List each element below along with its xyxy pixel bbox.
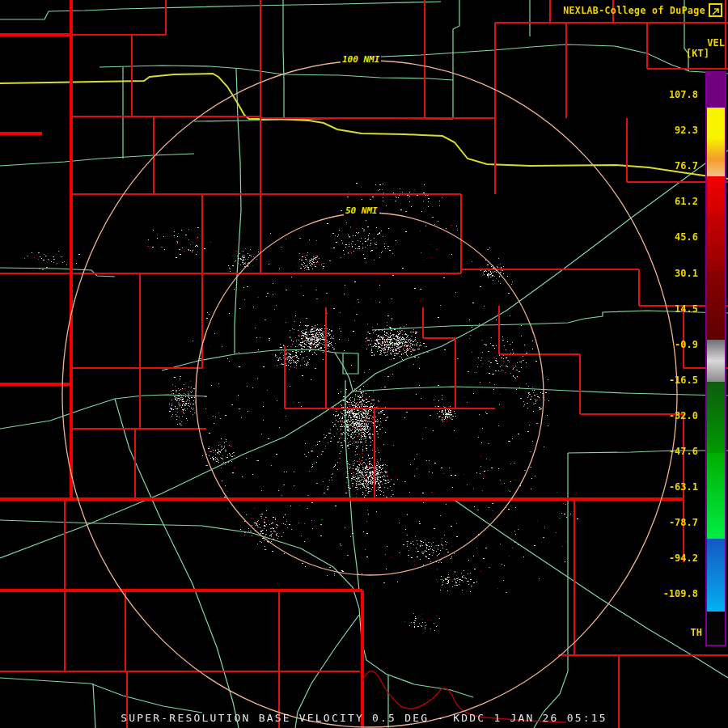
colorbar-tick-label: -16.5 xyxy=(669,375,698,386)
colorbar-tick-label: -47.6 xyxy=(669,446,698,457)
road-line xyxy=(353,150,728,392)
road-line xyxy=(235,69,241,353)
colorbar-tick-label: -0.9 xyxy=(675,339,698,350)
colorbar-tick-label: 107.8 xyxy=(669,89,698,100)
range-ring-label: 50 NMI xyxy=(344,205,379,216)
road-line xyxy=(0,268,115,277)
range-ring xyxy=(62,61,677,727)
colorbar-segment xyxy=(707,159,725,176)
road-line xyxy=(93,684,95,728)
radar-display-window: NEXLAB-College of DuPage VEL [KT] 107.89… xyxy=(0,0,728,728)
colorbar-tick-label: 14.5 xyxy=(675,303,698,315)
colorbar-segment xyxy=(707,382,725,453)
colorbar-tick-label: 30.1 xyxy=(675,268,698,279)
road-line xyxy=(335,353,358,374)
colorbar-segment xyxy=(707,539,725,576)
map-overlay xyxy=(0,0,728,728)
colorbar-segment xyxy=(707,576,725,612)
status-bar: SUPER-RESOLUTION BASE VELOCITY 0.5 DEG -… xyxy=(121,712,607,724)
road-line xyxy=(0,520,473,697)
colorbar-tick-label: 76.7 xyxy=(675,160,698,171)
colorbar-segment xyxy=(707,73,725,108)
colorbar-tick-label: 92.3 xyxy=(675,125,698,136)
range-ring xyxy=(196,213,544,575)
road-line xyxy=(0,678,202,713)
colorbar-segment xyxy=(707,271,725,340)
road-line xyxy=(283,0,284,118)
colorbar-segment xyxy=(707,612,725,645)
colorbar-tick-label: -94.2 xyxy=(669,552,698,564)
colorbar-tick-label: -109.8 xyxy=(663,588,698,599)
road-line xyxy=(0,392,353,558)
colorbar-segment xyxy=(707,176,725,212)
colorbar-title: VEL xyxy=(707,37,725,49)
colorbar-tick-label: -63.1 xyxy=(669,481,698,493)
colorbar-units: [KT] xyxy=(686,48,709,59)
road-line xyxy=(0,154,194,166)
road-line xyxy=(0,395,207,429)
colorbar-threshold-label: TH xyxy=(691,627,702,638)
colorbar-tick-label: 61.2 xyxy=(675,196,698,207)
colorbar-tick-label: -32.0 xyxy=(669,410,698,421)
arrow-up-right-glyph xyxy=(710,6,721,17)
road-line xyxy=(353,387,728,396)
colorbar-segment xyxy=(707,108,725,138)
velocity-colorbar xyxy=(705,71,726,646)
colorbar-tick-label: -78.7 xyxy=(669,517,698,528)
highway-line xyxy=(0,74,728,179)
colorbar-segment xyxy=(707,340,725,361)
colorbar-segment xyxy=(707,212,725,271)
app-title: NEXLAB-College of DuPage xyxy=(563,5,705,16)
road-line xyxy=(345,380,359,590)
colorbar-tick-label: 45.6 xyxy=(675,231,698,243)
road-line xyxy=(0,2,441,19)
colorbar-segment xyxy=(707,361,725,382)
colorbar-segment xyxy=(707,453,725,539)
road-line xyxy=(162,349,353,391)
road-line xyxy=(534,453,568,728)
road-line xyxy=(99,66,453,80)
colorbar-segment xyxy=(707,138,725,159)
road-line xyxy=(568,451,728,453)
road-line xyxy=(115,399,239,728)
external-link-icon[interactable] xyxy=(709,3,722,17)
road-line xyxy=(453,0,459,119)
range-ring-label: 100 NMI xyxy=(341,54,381,65)
